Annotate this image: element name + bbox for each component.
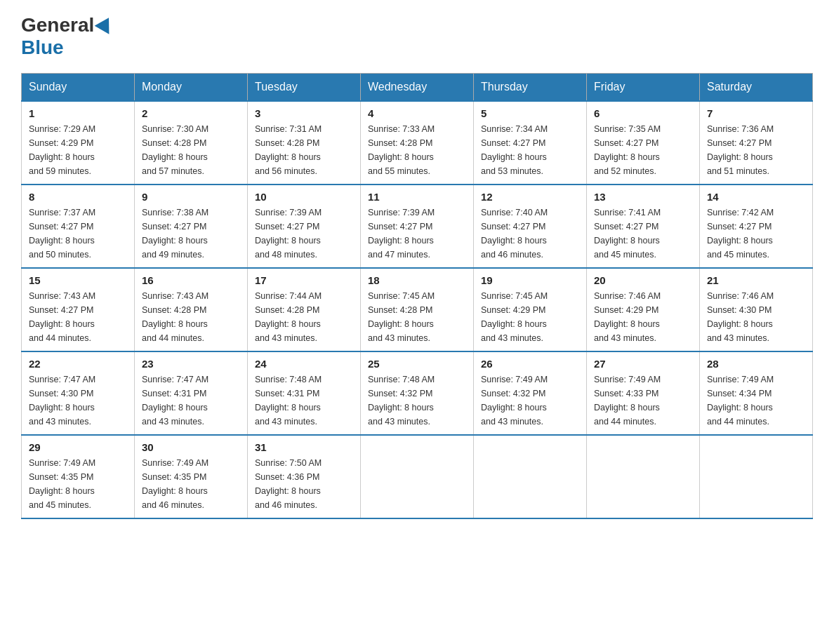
day-info: Sunrise: 7:50 AM Sunset: 4:36 PM Dayligh… bbox=[255, 456, 353, 512]
logo-blue-part bbox=[94, 17, 114, 34]
day-info: Sunrise: 7:48 AM Sunset: 4:31 PM Dayligh… bbox=[255, 373, 353, 429]
day-cell-22: 22 Sunrise: 7:47 AM Sunset: 4:30 PM Dayl… bbox=[22, 351, 135, 435]
day-cell-25: 25 Sunrise: 7:48 AM Sunset: 4:32 PM Dayl… bbox=[361, 351, 474, 435]
week-row-4: 22 Sunrise: 7:47 AM Sunset: 4:30 PM Dayl… bbox=[22, 351, 813, 435]
logo-general-text: General bbox=[21, 14, 94, 36]
col-header-wednesday: Wednesday bbox=[361, 74, 474, 102]
day-cell-12: 12 Sunrise: 7:40 AM Sunset: 4:27 PM Dayl… bbox=[474, 185, 587, 268]
day-number: 8 bbox=[29, 191, 127, 203]
day-number: 18 bbox=[368, 274, 466, 286]
day-number: 24 bbox=[255, 358, 353, 370]
day-number: 26 bbox=[481, 358, 579, 370]
day-cell-9: 9 Sunrise: 7:38 AM Sunset: 4:27 PM Dayli… bbox=[135, 185, 248, 268]
day-cell-21: 21 Sunrise: 7:46 AM Sunset: 4:30 PM Dayl… bbox=[700, 268, 813, 351]
day-cell-4: 4 Sunrise: 7:33 AM Sunset: 4:28 PM Dayli… bbox=[361, 101, 474, 185]
day-cell-19: 19 Sunrise: 7:45 AM Sunset: 4:29 PM Dayl… bbox=[474, 268, 587, 351]
col-header-monday: Monday bbox=[135, 74, 248, 102]
day-number: 1 bbox=[29, 107, 127, 119]
day-number: 5 bbox=[481, 107, 579, 119]
day-info: Sunrise: 7:29 AM Sunset: 4:29 PM Dayligh… bbox=[29, 122, 127, 178]
day-number: 13 bbox=[594, 191, 692, 203]
day-info: Sunrise: 7:39 AM Sunset: 4:27 PM Dayligh… bbox=[255, 206, 353, 262]
day-info: Sunrise: 7:38 AM Sunset: 4:27 PM Dayligh… bbox=[142, 206, 240, 262]
day-cell-20: 20 Sunrise: 7:46 AM Sunset: 4:29 PM Dayl… bbox=[587, 268, 700, 351]
day-cell-14: 14 Sunrise: 7:42 AM Sunset: 4:27 PM Dayl… bbox=[700, 185, 813, 268]
day-cell-31: 31 Sunrise: 7:50 AM Sunset: 4:36 PM Dayl… bbox=[248, 435, 361, 518]
day-info: Sunrise: 7:36 AM Sunset: 4:27 PM Dayligh… bbox=[707, 122, 805, 178]
day-number: 25 bbox=[368, 358, 466, 370]
header-row: SundayMondayTuesdayWednesdayThursdayFrid… bbox=[22, 74, 813, 102]
day-cell-23: 23 Sunrise: 7:47 AM Sunset: 4:31 PM Dayl… bbox=[135, 351, 248, 435]
empty-cell bbox=[361, 435, 474, 518]
day-info: Sunrise: 7:48 AM Sunset: 4:32 PM Dayligh… bbox=[368, 373, 466, 429]
week-row-3: 15 Sunrise: 7:43 AM Sunset: 4:27 PM Dayl… bbox=[22, 268, 813, 351]
empty-cell bbox=[700, 435, 813, 518]
day-number: 12 bbox=[481, 191, 579, 203]
day-number: 20 bbox=[594, 274, 692, 286]
day-info: Sunrise: 7:49 AM Sunset: 4:33 PM Dayligh… bbox=[594, 373, 692, 429]
day-info: Sunrise: 7:45 AM Sunset: 4:29 PM Dayligh… bbox=[481, 289, 579, 345]
day-cell-13: 13 Sunrise: 7:41 AM Sunset: 4:27 PM Dayl… bbox=[587, 185, 700, 268]
col-header-friday: Friday bbox=[587, 74, 700, 102]
day-number: 15 bbox=[29, 274, 127, 286]
day-cell-15: 15 Sunrise: 7:43 AM Sunset: 4:27 PM Dayl… bbox=[22, 268, 135, 351]
day-number: 17 bbox=[255, 274, 353, 286]
empty-cell bbox=[587, 435, 700, 518]
col-header-tuesday: Tuesday bbox=[248, 74, 361, 102]
day-cell-28: 28 Sunrise: 7:49 AM Sunset: 4:34 PM Dayl… bbox=[700, 351, 813, 435]
week-row-5: 29 Sunrise: 7:49 AM Sunset: 4:35 PM Dayl… bbox=[22, 435, 813, 518]
day-cell-10: 10 Sunrise: 7:39 AM Sunset: 4:27 PM Dayl… bbox=[248, 185, 361, 268]
day-info: Sunrise: 7:44 AM Sunset: 4:28 PM Dayligh… bbox=[255, 289, 353, 345]
day-number: 2 bbox=[142, 107, 240, 119]
day-number: 28 bbox=[707, 358, 805, 370]
day-cell-29: 29 Sunrise: 7:49 AM Sunset: 4:35 PM Dayl… bbox=[22, 435, 135, 518]
week-row-2: 8 Sunrise: 7:37 AM Sunset: 4:27 PM Dayli… bbox=[22, 185, 813, 268]
day-cell-1: 1 Sunrise: 7:29 AM Sunset: 4:29 PM Dayli… bbox=[22, 101, 135, 185]
day-number: 30 bbox=[142, 441, 240, 453]
day-info: Sunrise: 7:49 AM Sunset: 4:35 PM Dayligh… bbox=[29, 456, 127, 512]
day-info: Sunrise: 7:40 AM Sunset: 4:27 PM Dayligh… bbox=[481, 206, 579, 262]
day-cell-17: 17 Sunrise: 7:44 AM Sunset: 4:28 PM Dayl… bbox=[248, 268, 361, 351]
day-info: Sunrise: 7:43 AM Sunset: 4:28 PM Dayligh… bbox=[142, 289, 240, 345]
day-cell-11: 11 Sunrise: 7:39 AM Sunset: 4:27 PM Dayl… bbox=[361, 185, 474, 268]
day-info: Sunrise: 7:49 AM Sunset: 4:32 PM Dayligh… bbox=[481, 373, 579, 429]
day-info: Sunrise: 7:41 AM Sunset: 4:27 PM Dayligh… bbox=[594, 206, 692, 262]
logo: General Blue bbox=[21, 14, 114, 59]
day-info: Sunrise: 7:37 AM Sunset: 4:27 PM Dayligh… bbox=[29, 206, 127, 262]
day-cell-16: 16 Sunrise: 7:43 AM Sunset: 4:28 PM Dayl… bbox=[135, 268, 248, 351]
day-cell-3: 3 Sunrise: 7:31 AM Sunset: 4:28 PM Dayli… bbox=[248, 101, 361, 185]
day-info: Sunrise: 7:30 AM Sunset: 4:28 PM Dayligh… bbox=[142, 122, 240, 178]
day-number: 29 bbox=[29, 441, 127, 453]
day-number: 21 bbox=[707, 274, 805, 286]
day-cell-18: 18 Sunrise: 7:45 AM Sunset: 4:28 PM Dayl… bbox=[361, 268, 474, 351]
col-header-saturday: Saturday bbox=[700, 74, 813, 102]
logo-triangle-icon bbox=[95, 13, 117, 34]
day-number: 31 bbox=[255, 441, 353, 453]
day-cell-27: 27 Sunrise: 7:49 AM Sunset: 4:33 PM Dayl… bbox=[587, 351, 700, 435]
day-cell-24: 24 Sunrise: 7:48 AM Sunset: 4:31 PM Dayl… bbox=[248, 351, 361, 435]
day-number: 7 bbox=[707, 107, 805, 119]
day-cell-5: 5 Sunrise: 7:34 AM Sunset: 4:27 PM Dayli… bbox=[474, 101, 587, 185]
day-number: 23 bbox=[142, 358, 240, 370]
day-number: 4 bbox=[368, 107, 466, 119]
week-row-1: 1 Sunrise: 7:29 AM Sunset: 4:29 PM Dayli… bbox=[22, 101, 813, 185]
day-info: Sunrise: 7:39 AM Sunset: 4:27 PM Dayligh… bbox=[368, 206, 466, 262]
day-number: 6 bbox=[594, 107, 692, 119]
day-info: Sunrise: 7:47 AM Sunset: 4:31 PM Dayligh… bbox=[142, 373, 240, 429]
day-info: Sunrise: 7:43 AM Sunset: 4:27 PM Dayligh… bbox=[29, 289, 127, 345]
col-header-sunday: Sunday bbox=[22, 74, 135, 102]
day-number: 11 bbox=[368, 191, 466, 203]
day-number: 22 bbox=[29, 358, 127, 370]
day-info: Sunrise: 7:46 AM Sunset: 4:29 PM Dayligh… bbox=[594, 289, 692, 345]
col-header-thursday: Thursday bbox=[474, 74, 587, 102]
day-number: 14 bbox=[707, 191, 805, 203]
day-cell-2: 2 Sunrise: 7:30 AM Sunset: 4:28 PM Dayli… bbox=[135, 101, 248, 185]
day-number: 19 bbox=[481, 274, 579, 286]
day-info: Sunrise: 7:33 AM Sunset: 4:28 PM Dayligh… bbox=[368, 122, 466, 178]
day-cell-7: 7 Sunrise: 7:36 AM Sunset: 4:27 PM Dayli… bbox=[700, 101, 813, 185]
day-number: 3 bbox=[255, 107, 353, 119]
day-cell-6: 6 Sunrise: 7:35 AM Sunset: 4:27 PM Dayli… bbox=[587, 101, 700, 185]
empty-cell bbox=[474, 435, 587, 518]
day-number: 16 bbox=[142, 274, 240, 286]
day-info: Sunrise: 7:31 AM Sunset: 4:28 PM Dayligh… bbox=[255, 122, 353, 178]
